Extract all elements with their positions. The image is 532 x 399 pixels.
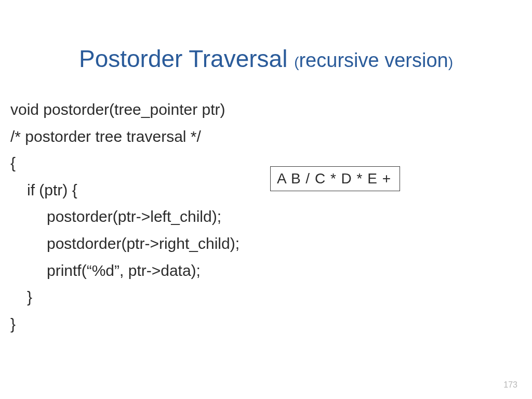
code-line: /* postorder tree traversal */ [10, 123, 509, 150]
code-line: { [10, 150, 509, 177]
code-line: if (ptr) { [10, 177, 509, 204]
page-number: 173 [503, 380, 517, 390]
code-line: printf(“%d”, ptr->data); [10, 257, 509, 284]
code-line: postdorder(ptr->right_child); [10, 230, 509, 257]
code-line: void postorder(tree_pointer ptr) [10, 96, 509, 123]
slide-title: Postorder Traversal (recursive version) [0, 46, 532, 72]
title-sub: recursive version [299, 49, 448, 71]
code-line: } [10, 311, 509, 338]
title-close-paren: ) [448, 54, 453, 70]
code-line: postorder(ptr->left_child); [10, 203, 509, 230]
code-line: } [10, 284, 509, 311]
slide: Postorder Traversal (recursive version) … [0, 0, 532, 399]
title-main: Postorder Traversal [79, 45, 287, 72]
output-box: A B / C * D * E + [270, 166, 400, 191]
code-block: void postorder(tree_pointer ptr) /* post… [10, 96, 509, 337]
